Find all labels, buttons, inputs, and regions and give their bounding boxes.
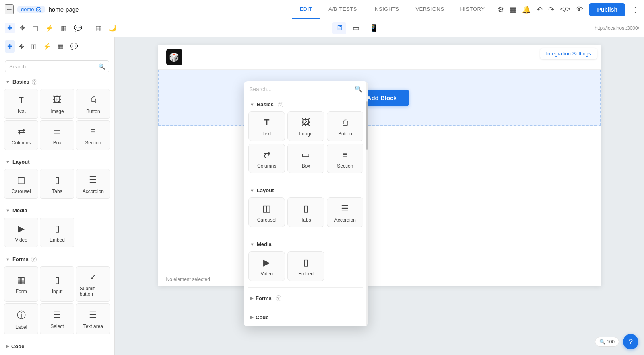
comments-tool-button[interactable]: 💬 <box>72 23 85 33</box>
canvas-drop-zone[interactable]: + Add Block <box>158 70 601 126</box>
category-forms-header[interactable]: ▼ Forms ? <box>0 254 114 265</box>
sidebar-pages-tool[interactable]: ▦ <box>55 40 66 53</box>
settings-icon[interactable]: ⚙ <box>497 5 504 14</box>
tab-edit[interactable]: EDIT <box>292 0 321 19</box>
device-switcher: 🖥 ▭ 📱 <box>122 22 591 34</box>
sidebar-item-columns[interactable]: ⇄ Columns <box>4 120 38 150</box>
sidebar-item-select[interactable]: ☰ Select <box>40 303 74 334</box>
tab-ab-tests[interactable]: A/B TESTS <box>320 0 365 19</box>
category-media-header[interactable]: ▼ Media <box>0 205 114 216</box>
fp-item-section[interactable]: ≡ Section <box>327 144 363 173</box>
back-button[interactable]: ← <box>5 4 14 14</box>
basics-help-icon[interactable]: ? <box>32 79 37 85</box>
category-layout-header[interactable]: ▼ Layout <box>0 156 114 167</box>
sidebar-item-box[interactable]: ▭ Box <box>40 120 74 150</box>
tablet-device-button[interactable]: ▭ <box>349 22 363 34</box>
layers-tool-button[interactable]: ◫ <box>30 23 41 33</box>
layout-grid-button[interactable]: ▦ <box>93 23 104 33</box>
logo-icon: 🎲 <box>169 52 179 62</box>
fp-item-image[interactable]: 🖼 Image <box>287 111 324 141</box>
fp-item-embed[interactable]: ▯ Embed <box>287 251 324 281</box>
scrollbar-track[interactable] <box>366 81 368 326</box>
publish-button[interactable]: Publish <box>589 3 625 16</box>
fp-forms-help-icon[interactable]: ? <box>276 295 281 301</box>
integration-settings-button[interactable]: Integration Settings <box>540 48 597 59</box>
fp-layout-header[interactable]: ▼ Layout <box>244 183 368 196</box>
dark-mode-button[interactable]: 🌙 <box>106 23 119 33</box>
sidebar-item-image[interactable]: 🖼 Image <box>40 89 74 119</box>
fp-forms-header[interactable]: ▶ Forms ? <box>244 291 368 304</box>
sidebar-item-textarea[interactable]: ☰ Text area <box>76 303 110 334</box>
logo: 🎲 <box>166 49 182 65</box>
fp-search-input[interactable] <box>249 86 351 92</box>
tab-versions[interactable]: VERSIONS <box>407 0 452 19</box>
sidebar-item-button[interactable]: ⎙ Button <box>76 89 110 119</box>
fp-item-tabs[interactable]: ▯ Tabs <box>287 197 324 227</box>
sidebar-item-label[interactable]: ⓘ Label <box>4 303 38 334</box>
chevron-right-icon: ▶ <box>250 295 253 301</box>
forms-help-icon[interactable]: ? <box>31 257 37 262</box>
sidebar-comments-tool[interactable]: 💬 <box>68 40 80 53</box>
redo-icon[interactable]: ↷ <box>548 5 554 14</box>
tab-history[interactable]: HISTORY <box>452 0 493 19</box>
fp-box-label: Box <box>302 163 310 169</box>
fp-columns-icon: ⇄ <box>263 150 270 160</box>
fp-search-box[interactable]: 🔍 <box>244 81 368 97</box>
layout-grid: ◫ Carousel ▯ Tabs ☰ Accordion <box>0 167 114 203</box>
tab-insights[interactable]: INSIGHTS <box>365 0 407 19</box>
share-icon[interactable]: ▦ <box>510 5 516 14</box>
fp-item-video[interactable]: ▶ Video <box>248 251 285 281</box>
notification-icon[interactable]: 🔔 <box>522 5 531 14</box>
search-input[interactable] <box>9 64 96 70</box>
undo-icon[interactable]: ↶ <box>537 5 543 14</box>
fp-basics-header[interactable]: ▼ Basics ? <box>244 97 368 110</box>
fp-item-text[interactable]: T Text <box>248 111 285 141</box>
demo-badge[interactable]: demo <box>17 6 45 13</box>
sidebar-item-text[interactable]: T Text <box>4 89 38 119</box>
category-basics-header[interactable]: ▼ Basics ? <box>0 76 114 87</box>
text-label: Text <box>17 108 26 114</box>
fp-item-accordion[interactable]: ☰ Accordion <box>327 197 363 227</box>
fp-item-carousel[interactable]: ◫ Carousel <box>248 197 285 227</box>
fp-basics-help-icon[interactable]: ? <box>278 102 283 107</box>
demo-icon <box>36 7 41 12</box>
lightning-tool-button[interactable]: ⚡ <box>43 23 56 33</box>
sidebar-search-box[interactable]: 🔍 <box>5 60 109 72</box>
sidebar-item-accordion[interactable]: ☰ Accordion <box>76 169 110 199</box>
sidebar-item-input[interactable]: ▯ Input <box>40 266 74 302</box>
form-icon: ▦ <box>17 275 25 285</box>
fp-box-icon: ▭ <box>301 150 310 160</box>
preview-icon[interactable]: 👁 <box>576 5 583 14</box>
pointer-tool-button[interactable]: ✥ <box>17 23 27 33</box>
sidebar-item-form[interactable]: ▦ Form <box>4 266 38 302</box>
secbar-tools: ✚ ✥ ◫ ⚡ ▦ 💬 ▦ 🌙 <box>5 23 119 33</box>
box-icon: ▭ <box>53 126 61 137</box>
category-code-header[interactable]: ▶ Code <box>0 341 114 352</box>
fp-code-header[interactable]: ▶ Code <box>244 310 368 323</box>
more-options-button[interactable]: ⋮ <box>631 5 639 14</box>
sidebar-add-tool[interactable]: ✚ <box>5 40 15 53</box>
fp-item-box[interactable]: ▭ Box <box>287 144 324 173</box>
sidebar-item-tabs[interactable]: ▯ Tabs <box>40 169 74 199</box>
sidebar-layers-tool[interactable]: ◫ <box>28 40 39 53</box>
fp-button-icon: ⎙ <box>343 117 348 128</box>
sidebar-item-carousel[interactable]: ◫ Carousel <box>4 169 38 199</box>
fp-search-icon: 🔍 <box>355 85 363 93</box>
fp-media-header[interactable]: ▼ Media <box>244 237 368 250</box>
fp-basics-label: Basics <box>257 101 274 107</box>
fp-item-button[interactable]: ⎙ Button <box>327 111 363 141</box>
sidebar-lightning-tool[interactable]: ⚡ <box>41 40 54 53</box>
add-tool-button[interactable]: ✚ <box>5 23 15 33</box>
sidebar-item-section[interactable]: ≡ Section <box>76 120 110 150</box>
scrollbar-thumb[interactable] <box>366 101 368 150</box>
code-icon[interactable]: </> <box>560 5 570 14</box>
sidebar-item-submit[interactable]: ✓ Submit button <box>76 266 110 302</box>
help-button[interactable]: ? <box>623 334 638 349</box>
desktop-device-button[interactable]: 🖥 <box>332 22 346 34</box>
fp-item-columns[interactable]: ⇄ Columns <box>248 144 285 173</box>
pages-tool-button[interactable]: ▦ <box>58 23 69 33</box>
mobile-device-button[interactable]: 📱 <box>366 22 381 34</box>
sidebar-item-video[interactable]: ▶ Video <box>4 218 38 247</box>
sidebar-pointer-tool[interactable]: ✥ <box>17 40 27 53</box>
sidebar-item-embed[interactable]: ▯ Embed <box>40 218 74 247</box>
